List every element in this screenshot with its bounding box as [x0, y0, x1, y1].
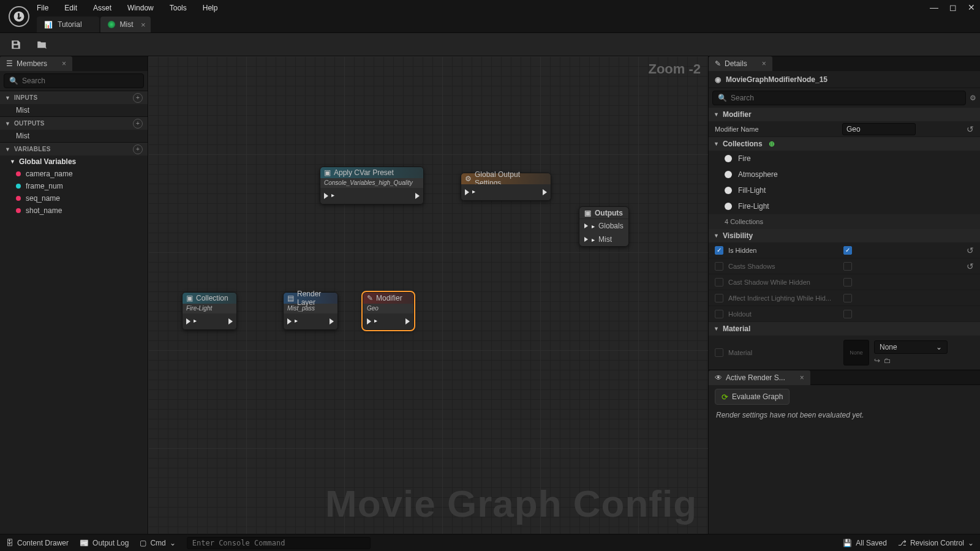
- modifier-name-input[interactable]: [842, 123, 916, 135]
- tab-tutorial[interactable]: 📊 Tutorial: [37, 17, 99, 32]
- dot-icon: [725, 187, 732, 194]
- browse-button[interactable]: [34, 37, 49, 52]
- input-pin[interactable]: [287, 318, 292, 324]
- members-tab[interactable]: ☰ Members ×: [0, 56, 72, 71]
- var-shot-name[interactable]: shot_name: [0, 204, 148, 217]
- cmd-dropdown[interactable]: ▢Cmd⌄: [140, 539, 175, 547]
- menu-file[interactable]: File: [37, 4, 48, 12]
- tab-mist[interactable]: Mist ×: [100, 17, 151, 32]
- section-variables[interactable]: ▼ VARIABLES +: [0, 142, 148, 156]
- revision-control-button[interactable]: ⎇Revision Control⌄: [898, 539, 974, 547]
- output-pin[interactable]: [543, 189, 547, 195]
- global-vars-header[interactable]: ▼ Global Variables: [0, 156, 148, 168]
- value-checkbox[interactable]: [843, 278, 852, 287]
- evaluate-graph-button[interactable]: ⟳ Evaluate Graph: [715, 389, 790, 405]
- collection-fill-light[interactable]: Fill-Light: [709, 182, 980, 198]
- row-modifier-name: Modifier Name ↺: [709, 121, 980, 137]
- node-icon: ◉: [715, 75, 721, 84]
- settings-icon[interactable]: ⚙: [970, 94, 976, 102]
- override-checkbox[interactable]: [715, 294, 723, 302]
- input-item-mist[interactable]: Mist: [0, 104, 148, 116]
- section-visibility[interactable]: ▼Visibility: [709, 229, 980, 242]
- app-logo[interactable]: [9, 6, 29, 27]
- override-checkbox[interactable]: [715, 278, 723, 287]
- menu-edit[interactable]: Edit: [64, 4, 77, 12]
- menu-asset[interactable]: Asset: [93, 4, 111, 12]
- panel-close-icon[interactable]: ×: [800, 373, 804, 382]
- input-pin[interactable]: [465, 189, 469, 195]
- input-pin[interactable]: [584, 223, 588, 228]
- reset-icon[interactable]: ↺: [967, 261, 974, 271]
- menu-help[interactable]: Help: [203, 4, 218, 12]
- node-global-output-settings[interactable]: ⚙Global Output Settings ▸: [461, 173, 551, 201]
- tabstrip: 📊 Tutorial Mist ×: [0, 16, 980, 33]
- output-log-button[interactable]: 📰Output Log: [80, 539, 129, 547]
- close-icon[interactable]: ✕: [968, 2, 975, 12]
- var-seq-name[interactable]: seq_name: [0, 192, 148, 204]
- var-camera-name[interactable]: camera_name: [0, 168, 148, 180]
- section-collections[interactable]: ▼Collections ⊕: [709, 137, 980, 151]
- section-inputs[interactable]: ▼ INPUTS +: [0, 91, 148, 104]
- input-pin[interactable]: [584, 237, 588, 242]
- search-input[interactable]: [22, 77, 138, 85]
- tab-close-icon[interactable]: ×: [141, 20, 146, 29]
- node-outputs[interactable]: ▣Outputs ▸Globals ▸Mist: [579, 206, 629, 247]
- all-saved-button[interactable]: 💾All Saved: [843, 539, 887, 547]
- row-affect-indirect: Affect Indirect Lighting While Hid...: [709, 290, 980, 306]
- details-search[interactable]: 🔍: [712, 91, 966, 105]
- panel-close-icon[interactable]: ×: [62, 59, 66, 68]
- maximize-icon[interactable]: ◻: [949, 2, 957, 12]
- content-drawer-button[interactable]: 🗄Content Drawer: [6, 539, 69, 547]
- graph-canvas[interactable]: Zoom -2 Movie Graph Config ▣Apply CVar P…: [148, 56, 708, 534]
- override-checkbox[interactable]: [715, 348, 723, 357]
- details-tab[interactable]: ✎ Details ×: [709, 56, 772, 71]
- override-checkbox[interactable]: [715, 310, 723, 318]
- tab-label: Tutorial: [58, 20, 82, 29]
- minimize-icon[interactable]: —: [930, 2, 938, 12]
- input-pin[interactable]: [186, 318, 190, 324]
- render-settings-tab[interactable]: 👁 Active Render S... ×: [709, 370, 810, 385]
- collection-fire-light[interactable]: Fire-Light: [709, 198, 980, 214]
- reset-icon[interactable]: ↺: [967, 246, 974, 255]
- var-frame-num[interactable]: frame_num: [0, 180, 148, 192]
- browse-to-icon[interactable]: 🗀: [884, 356, 891, 365]
- section-outputs[interactable]: ▼ OUTPUTS +: [0, 116, 148, 130]
- output-pin[interactable]: [330, 318, 334, 324]
- members-search[interactable]: 🔍: [4, 73, 144, 88]
- override-checkbox[interactable]: [715, 262, 723, 271]
- node-render-layer[interactable]: ▤Render Layer Mist_pass ▸: [283, 292, 338, 330]
- input-pin[interactable]: [324, 193, 328, 199]
- node-modifier[interactable]: ✎Modifier Geo ▸: [363, 292, 414, 330]
- add-collection-icon[interactable]: ⊕: [769, 140, 775, 148]
- collection-atmosphere[interactable]: Atmosphere: [709, 167, 980, 182]
- node-collection[interactable]: ▣Collection Fire-Light ▸: [182, 292, 237, 330]
- value-checkbox[interactable]: [843, 294, 852, 302]
- override-checkbox[interactable]: [715, 246, 723, 255]
- menu-tools[interactable]: Tools: [170, 4, 187, 12]
- output-pin[interactable]: [415, 193, 420, 199]
- output-pin[interactable]: [405, 318, 410, 324]
- console-input[interactable]: [187, 537, 371, 549]
- details-search-input[interactable]: [731, 94, 960, 102]
- search-icon: 🔍: [9, 77, 18, 85]
- input-pin[interactable]: [367, 318, 371, 324]
- save-button[interactable]: [9, 37, 23, 52]
- output-item-mist[interactable]: Mist: [0, 130, 148, 142]
- menu-window[interactable]: Window: [127, 4, 154, 12]
- add-output-button[interactable]: +: [133, 119, 143, 129]
- panel-close-icon[interactable]: ×: [762, 59, 766, 68]
- output-pin[interactable]: [228, 318, 233, 324]
- add-input-button[interactable]: +: [133, 93, 143, 103]
- reset-icon[interactable]: ↺: [967, 124, 974, 134]
- value-checkbox[interactable]: [843, 310, 852, 318]
- add-variable-button[interactable]: +: [133, 144, 143, 154]
- material-dropdown[interactable]: None⌄: [874, 340, 948, 354]
- section-modifier[interactable]: ▼Modifier: [709, 108, 980, 121]
- section-material[interactable]: ▼Material: [709, 322, 980, 335]
- material-thumbnail[interactable]: None: [843, 340, 869, 365]
- collection-fire[interactable]: Fire: [709, 151, 980, 167]
- value-checkbox[interactable]: [843, 246, 852, 255]
- value-checkbox[interactable]: [843, 262, 852, 271]
- use-selected-icon[interactable]: ↪: [874, 356, 880, 365]
- node-apply-cvar-preset[interactable]: ▣Apply CVar Preset Console_Variables_hig…: [320, 167, 424, 204]
